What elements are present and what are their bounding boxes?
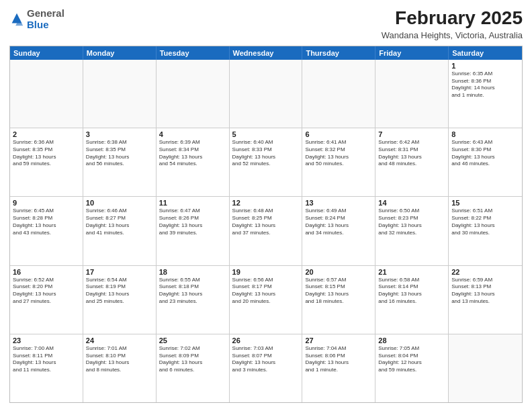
day-number: 6 — [305, 130, 372, 138]
day-info: Sunrise: 7:00 AM Sunset: 8:11 PM Dayligh… — [13, 345, 80, 374]
calendar-cell-7: 7Sunrise: 6:42 AM Sunset: 8:31 PM Daylig… — [375, 128, 449, 196]
day-number: 17 — [86, 268, 153, 276]
calendar-cell-27: 27Sunrise: 7:04 AM Sunset: 8:06 PM Dayli… — [302, 334, 375, 402]
logo-icon — [9, 12, 24, 27]
calendar-cell-23: 23Sunrise: 7:00 AM Sunset: 8:11 PM Dayli… — [10, 334, 83, 402]
day-number: 24 — [86, 336, 153, 345]
day-number: 7 — [378, 130, 445, 138]
header-day-sunday: Sunday — [10, 46, 83, 60]
day-info: Sunrise: 6:38 AM Sunset: 8:35 PM Dayligh… — [86, 139, 153, 168]
day-info: Sunrise: 7:03 AM Sunset: 8:07 PM Dayligh… — [232, 345, 300, 374]
location: Wandana Heights, Victoria, Australia — [382, 30, 523, 40]
header-day-wednesday: Wednesday — [230, 46, 303, 60]
calendar-cell-14: 14Sunrise: 6:50 AM Sunset: 8:23 PM Dayli… — [375, 197, 449, 265]
calendar-cell-1: 1Sunrise: 6:35 AM Sunset: 8:36 PM Daylig… — [449, 60, 522, 128]
day-info: Sunrise: 6:56 AM Sunset: 8:17 PM Dayligh… — [232, 277, 300, 306]
day-number: 3 — [86, 130, 153, 138]
day-number: 10 — [86, 199, 153, 207]
calendar-cell-22: 22Sunrise: 6:59 AM Sunset: 8:13 PM Dayli… — [449, 266, 522, 334]
day-info: Sunrise: 6:36 AM Sunset: 8:35 PM Dayligh… — [13, 139, 80, 168]
calendar-cell-10: 10Sunrise: 6:46 AM Sunset: 8:27 PM Dayli… — [83, 197, 157, 265]
day-number: 8 — [451, 130, 519, 138]
logo: General Blue — [9, 8, 64, 30]
day-info: Sunrise: 6:40 AM Sunset: 8:33 PM Dayligh… — [232, 139, 300, 168]
calendar-row-3: 9Sunrise: 6:45 AM Sunset: 8:28 PM Daylig… — [10, 197, 522, 265]
day-info: Sunrise: 7:05 AM Sunset: 8:04 PM Dayligh… — [378, 345, 445, 374]
calendar-cell-5: 5Sunrise: 6:40 AM Sunset: 8:33 PM Daylig… — [230, 128, 303, 196]
calendar-cell-2: 2Sunrise: 6:36 AM Sunset: 8:35 PM Daylig… — [10, 128, 83, 196]
page: General Blue February 2025 Wandana Heigh… — [0, 0, 532, 411]
day-info: Sunrise: 7:01 AM Sunset: 8:10 PM Dayligh… — [86, 345, 153, 374]
day-number: 23 — [13, 336, 80, 345]
day-info: Sunrise: 6:54 AM Sunset: 8:19 PM Dayligh… — [86, 277, 153, 306]
day-info: Sunrise: 6:49 AM Sunset: 8:24 PM Dayligh… — [305, 208, 372, 236]
day-number: 14 — [378, 199, 445, 207]
day-info: Sunrise: 6:50 AM Sunset: 8:23 PM Dayligh… — [378, 208, 445, 236]
calendar-row-2: 2Sunrise: 6:36 AM Sunset: 8:35 PM Daylig… — [10, 128, 522, 197]
calendar-row-1: 1Sunrise: 6:35 AM Sunset: 8:36 PM Daylig… — [10, 60, 522, 128]
calendar-body: 1Sunrise: 6:35 AM Sunset: 8:36 PM Daylig… — [10, 60, 522, 402]
day-number: 1 — [451, 62, 519, 70]
day-info: Sunrise: 7:04 AM Sunset: 8:06 PM Dayligh… — [305, 345, 372, 374]
day-info: Sunrise: 6:58 AM Sunset: 8:14 PM Dayligh… — [378, 277, 445, 306]
calendar-cell-empty — [302, 60, 375, 128]
calendar-cell-13: 13Sunrise: 6:49 AM Sunset: 8:24 PM Dayli… — [302, 197, 375, 265]
calendar-header: SundayMondayTuesdayWednesdayThursdayFrid… — [10, 46, 522, 60]
day-info: Sunrise: 6:59 AM Sunset: 8:13 PM Dayligh… — [451, 277, 519, 306]
day-info: Sunrise: 6:47 AM Sunset: 8:26 PM Dayligh… — [159, 208, 226, 236]
month-title: February 2025 — [382, 8, 523, 29]
header-day-thursday: Thursday — [302, 46, 375, 60]
day-number: 15 — [451, 199, 519, 207]
calendar-cell-empty — [10, 60, 83, 128]
header-day-tuesday: Tuesday — [157, 46, 230, 60]
day-info: Sunrise: 6:48 AM Sunset: 8:25 PM Dayligh… — [232, 208, 300, 236]
day-number: 20 — [305, 268, 372, 276]
calendar-cell-20: 20Sunrise: 6:57 AM Sunset: 8:15 PM Dayli… — [302, 266, 375, 334]
day-info: Sunrise: 6:45 AM Sunset: 8:28 PM Dayligh… — [13, 208, 80, 236]
calendar-cell-empty — [449, 334, 522, 402]
calendar-cell-26: 26Sunrise: 7:03 AM Sunset: 8:07 PM Dayli… — [230, 334, 303, 402]
calendar-cell-empty — [375, 60, 449, 128]
day-number: 27 — [305, 336, 372, 345]
day-number: 25 — [159, 336, 226, 345]
day-number: 5 — [232, 130, 300, 138]
day-number: 16 — [13, 268, 80, 276]
calendar-cell-empty — [230, 60, 303, 128]
calendar-cell-19: 19Sunrise: 6:56 AM Sunset: 8:17 PM Dayli… — [230, 266, 303, 334]
calendar-cell-21: 21Sunrise: 6:58 AM Sunset: 8:14 PM Dayli… — [375, 266, 449, 334]
day-number: 13 — [305, 199, 372, 207]
day-number: 26 — [232, 336, 300, 345]
calendar-cell-12: 12Sunrise: 6:48 AM Sunset: 8:25 PM Dayli… — [230, 197, 303, 265]
header-day-monday: Monday — [83, 46, 157, 60]
day-info: Sunrise: 7:02 AM Sunset: 8:09 PM Dayligh… — [159, 345, 226, 374]
calendar: SundayMondayTuesdayWednesdayThursdayFrid… — [9, 46, 523, 403]
day-info: Sunrise: 6:57 AM Sunset: 8:15 PM Dayligh… — [305, 277, 372, 306]
logo-general: General — [27, 7, 64, 19]
day-info: Sunrise: 6:51 AM Sunset: 8:22 PM Dayligh… — [451, 208, 519, 236]
calendar-cell-8: 8Sunrise: 6:43 AM Sunset: 8:30 PM Daylig… — [449, 128, 522, 196]
day-info: Sunrise: 6:52 AM Sunset: 8:20 PM Dayligh… — [13, 277, 80, 306]
day-info: Sunrise: 6:46 AM Sunset: 8:27 PM Dayligh… — [86, 208, 153, 236]
header: General Blue February 2025 Wandana Heigh… — [9, 8, 523, 40]
calendar-cell-17: 17Sunrise: 6:54 AM Sunset: 8:19 PM Dayli… — [83, 266, 157, 334]
day-number: 21 — [378, 268, 445, 276]
day-number: 22 — [451, 268, 519, 276]
calendar-cell-4: 4Sunrise: 6:39 AM Sunset: 8:34 PM Daylig… — [157, 128, 230, 196]
day-info: Sunrise: 6:42 AM Sunset: 8:31 PM Dayligh… — [378, 139, 445, 168]
calendar-cell-3: 3Sunrise: 6:38 AM Sunset: 8:35 PM Daylig… — [83, 128, 157, 196]
day-info: Sunrise: 6:39 AM Sunset: 8:34 PM Dayligh… — [159, 139, 226, 168]
calendar-cell-empty — [83, 60, 157, 128]
logo-text: General Blue — [27, 8, 64, 30]
header-day-saturday: Saturday — [449, 46, 522, 60]
calendar-row-5: 23Sunrise: 7:00 AM Sunset: 8:11 PM Dayli… — [10, 334, 522, 402]
calendar-cell-24: 24Sunrise: 7:01 AM Sunset: 8:10 PM Dayli… — [83, 334, 157, 402]
day-number: 4 — [159, 130, 226, 138]
title-block: February 2025 Wandana Heights, Victoria,… — [382, 8, 523, 40]
calendar-cell-16: 16Sunrise: 6:52 AM Sunset: 8:20 PM Dayli… — [10, 266, 83, 334]
day-info: Sunrise: 6:55 AM Sunset: 8:18 PM Dayligh… — [159, 277, 226, 306]
calendar-cell-25: 25Sunrise: 7:02 AM Sunset: 8:09 PM Dayli… — [157, 334, 230, 402]
calendar-cell-15: 15Sunrise: 6:51 AM Sunset: 8:22 PM Dayli… — [449, 197, 522, 265]
day-info: Sunrise: 6:41 AM Sunset: 8:32 PM Dayligh… — [305, 139, 372, 168]
logo-blue: Blue — [27, 19, 49, 30]
calendar-cell-6: 6Sunrise: 6:41 AM Sunset: 8:32 PM Daylig… — [302, 128, 375, 196]
